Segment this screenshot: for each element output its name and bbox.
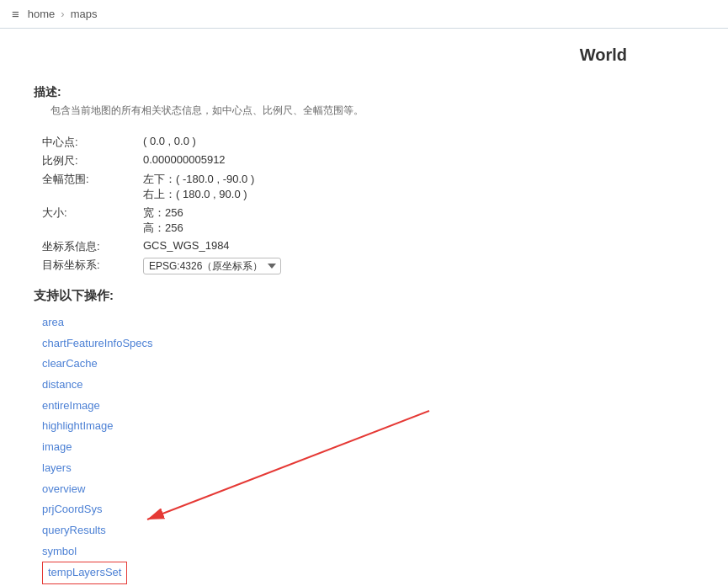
description-label: 描述: <box>34 85 694 100</box>
op-overview[interactable]: overview <box>42 479 694 500</box>
op-entireImage[interactable]: entireImage <box>42 396 694 417</box>
info-row-target-coord: 目标坐标系: EPSG:4326（原坐标系） <box>42 258 694 274</box>
info-key-size: 大小: <box>42 205 143 221</box>
op-distance[interactable]: distance <box>42 375 694 396</box>
page-title: World <box>34 45 694 65</box>
info-value-center: ( 0.0 , 0.0 ) <box>143 135 196 147</box>
breadcrumb-maps: maps <box>71 8 98 20</box>
info-table: 中心点: ( 0.0 , 0.0 ) 比例尺: 0.000000005912 全… <box>42 135 694 274</box>
op-queryResults[interactable]: queryResults <box>42 520 694 541</box>
operations-section: 支持以下操作: area chartFeatureInfoSpecs clear… <box>34 288 694 586</box>
op-clearCache[interactable]: clearCache <box>42 354 694 375</box>
info-value-size: 宽：256 高：256 <box>143 205 183 236</box>
operations-title: 支持以下操作: <box>34 288 694 304</box>
op-chartFeatureInfoSpecs[interactable]: chartFeatureInfoSpecs <box>42 333 694 354</box>
coord-select[interactable]: EPSG:4326（原坐标系） <box>143 258 281 274</box>
info-key-target-coord: 目标坐标系: <box>42 258 143 273</box>
op-highlightImage[interactable]: highlightImage <box>42 416 694 437</box>
operations-list: area chartFeatureInfoSpecs clearCache di… <box>42 312 694 586</box>
breadcrumb-home[interactable]: home <box>28 8 56 20</box>
description-section: 描述: 包含当前地图的所有相关状态信息，如中心点、比例尺、全幅范围等。 <box>34 85 694 118</box>
op-symbol[interactable]: symbol <box>42 541 694 562</box>
info-value-target-coord[interactable]: EPSG:4326（原坐标系） <box>143 258 281 274</box>
breadcrumb-sep: › <box>61 8 64 20</box>
main-content: World 描述: 包含当前地图的所有相关状态信息，如中心点、比例尺、全幅范围等… <box>0 29 728 586</box>
info-row-center: 中心点: ( 0.0 , 0.0 ) <box>42 135 694 150</box>
info-value-extent: 左下：( -180.0 , -90.0 ) 右上：( 180.0 , 90.0 … <box>143 172 254 202</box>
info-key-center: 中心点: <box>42 135 143 150</box>
info-row-coord-info: 坐标系信息: GCS_WGS_1984 <box>42 239 694 254</box>
description-text: 包含当前地图的所有相关状态信息，如中心点、比例尺、全幅范围等。 <box>50 104 694 118</box>
info-value-coord-info: GCS_WGS_1984 <box>143 239 230 252</box>
op-prjCoordSys[interactable]: prjCoordSys <box>42 499 694 520</box>
op-image[interactable]: image <box>42 437 694 458</box>
info-key-coord-info: 坐标系信息: <box>42 239 143 254</box>
info-key-extent: 全幅范围: <box>42 172 143 187</box>
info-row-size: 大小: 宽：256 高：256 <box>42 205 694 236</box>
menu-icon[interactable]: ≡ <box>12 7 19 21</box>
top-nav: ≡ home › maps <box>0 0 728 29</box>
info-row-scale: 比例尺: 0.000000005912 <box>42 153 694 168</box>
op-layers[interactable]: layers <box>42 458 694 479</box>
info-row-extent: 全幅范围: 左下：( -180.0 , -90.0 ) 右上：( 180.0 ,… <box>42 172 694 202</box>
op-tempLayersSet[interactable]: tempLayersSet <box>42 562 127 584</box>
op-area[interactable]: area <box>42 312 694 333</box>
info-key-scale: 比例尺: <box>42 153 143 168</box>
info-value-scale: 0.000000005912 <box>143 153 226 166</box>
